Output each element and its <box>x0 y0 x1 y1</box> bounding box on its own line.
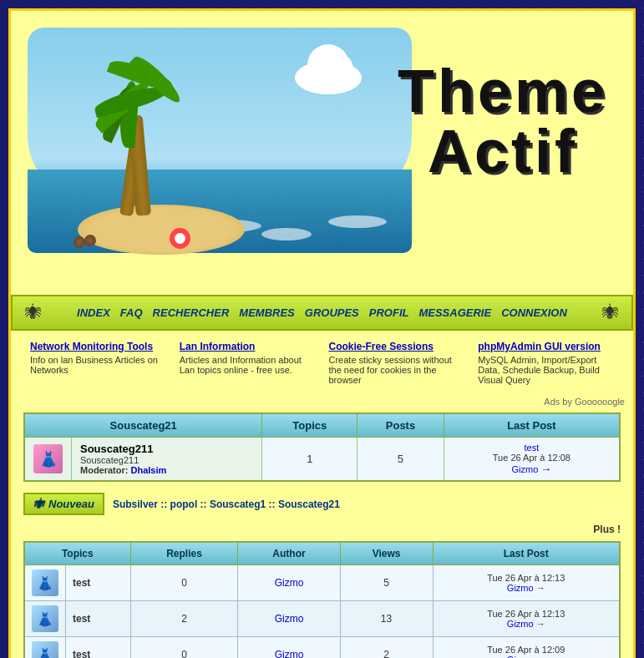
forum-icon-cell: 👗 <box>24 438 72 482</box>
topic-replies: 0 <box>130 637 238 659</box>
lastpost-user-link[interactable]: Gizmo <box>511 464 538 474</box>
topics-header: Topics <box>262 413 357 438</box>
nav-membres[interactable]: Membres <box>239 306 294 319</box>
forum-name-cell: Souscateg211 Souscateg211 Moderator: Dha… <box>72 438 262 482</box>
forum-row: 👗 Souscateg211 Souscateg211 Moderator: D… <box>24 438 620 482</box>
topic-icon-cell: 👗 <box>24 637 66 659</box>
wave <box>261 228 312 240</box>
nav-index[interactable]: Index <box>77 306 110 319</box>
topic-icon: 👗 <box>32 641 58 658</box>
title-actif: Actif <box>398 121 608 181</box>
lastpost-col-header: Last Post <box>433 542 620 565</box>
topic-row: 👗 test 2 Gizmo 13 Tue 26 Apr à 12:13 Giz… <box>24 601 620 637</box>
plus-link[interactable]: Plus ! <box>593 524 621 535</box>
topic-views: 13 <box>340 601 433 637</box>
topic-lastpost: Tue 26 Apr à 12:09 Gizmo → <box>433 637 620 659</box>
topic-views: 2 <box>340 637 433 659</box>
nav-messagerie[interactable]: Messagerie <box>418 306 491 319</box>
ads-text: Ads by Goooooogle <box>544 397 625 407</box>
forum-posts-count: 5 <box>357 438 444 482</box>
topic-views: 5 <box>340 565 433 601</box>
header: Theme Actif <box>11 11 633 295</box>
topic-lastpost: Tue 26 Apr à 12:13 Gizmo → <box>433 565 620 601</box>
nouveau-badge: 🕷 Nouveau <box>23 493 104 515</box>
topic-icon: 👗 <box>32 605 58 632</box>
ads-bar: Ads by Goooooogle <box>11 395 633 408</box>
posts-header: Posts <box>357 413 444 438</box>
top-link-lan: Lan Information Articles and Information… <box>173 337 322 388</box>
nav-connexion[interactable]: Connexion <box>501 306 567 319</box>
topic-lastpost-user[interactable]: Gizmo <box>507 583 534 593</box>
top-link-cookie: Cookie-Free Sessions Create sticky sessi… <box>322 337 472 388</box>
coconut <box>74 236 85 248</box>
forum-category-header: Souscateg21 <box>24 413 262 438</box>
cookie-sessions-link[interactable]: Cookie-Free Sessions <box>329 341 465 352</box>
cookie-sessions-desc: Create sticky sessions without the need … <box>329 355 465 385</box>
forum-name[interactable]: Souscateg211 <box>80 443 253 455</box>
lastpost-date: Tue 26 Apr à 12:08 <box>493 453 570 463</box>
forum-icon: 👗 <box>33 444 63 473</box>
topic-arrow: → <box>536 655 545 658</box>
lastpost-header: Last Post <box>444 413 620 438</box>
wave <box>328 215 387 228</box>
phpmyadmin-desc: MySQL Admin, Import/Export Data, Schedul… <box>478 355 614 385</box>
nav-profil[interactable]: Profil <box>369 306 409 319</box>
lastpost-arrow: → <box>540 463 551 475</box>
nav-groupes[interactable]: Groupes <box>305 306 359 319</box>
lan-info-link[interactable]: Lan Information <box>180 341 316 352</box>
site-title: Theme Actif <box>398 61 608 181</box>
topic-arrow: → <box>536 583 545 593</box>
topic-author-link[interactable]: Gizmo <box>245 577 332 589</box>
topic-author-cell: Gizmo <box>238 565 340 601</box>
topic-lastpost-user[interactable]: Gizmo <box>507 655 534 658</box>
spider-left-icon: 🕷 <box>25 303 42 322</box>
topic-author-cell: Gizmo <box>238 637 340 659</box>
nav-rechercher[interactable]: Rechercher <box>153 306 230 319</box>
phpmyadmin-link[interactable]: phpMyAdmin GUI version <box>478 341 614 352</box>
nouveau-spider-icon: 🕷 <box>33 498 44 510</box>
forum-table: Souscateg21 Topics Posts Last Post 👗 Sou… <box>23 413 621 482</box>
cloud <box>295 61 362 94</box>
island-scene <box>28 28 412 278</box>
forum-lastpost-cell: test Tue 26 Apr à 12:08 Gizmo → <box>444 438 620 482</box>
sand-island <box>78 205 245 255</box>
topic-title[interactable]: test <box>66 637 131 659</box>
topic-icon: 👗 <box>32 569 58 596</box>
nav-faq[interactable]: Faq <box>120 306 143 319</box>
palm-leaves <box>69 57 186 124</box>
network-tools-link[interactable]: Network Monitoring Tools <box>30 341 166 352</box>
topic-row: 👗 test 0 Gizmo 5 Tue 26 Apr à 12:13 Gizm… <box>24 565 620 601</box>
plus-bar: Plus ! <box>11 522 633 537</box>
lan-info-desc: Articles and Information about Lan topic… <box>180 355 316 375</box>
topic-arrow: → <box>536 619 545 629</box>
topic-author-link[interactable]: Gizmo <box>245 649 332 658</box>
views-col-header: Views <box>340 542 433 565</box>
replies-col-header: Replies <box>130 542 238 565</box>
moderator-link[interactable]: Dhalsim <box>131 465 167 475</box>
topic-replies: 2 <box>130 601 238 637</box>
topics-col-header: Topics <box>24 542 130 565</box>
topic-author-link[interactable]: Gizmo <box>245 613 332 625</box>
author-col-header: Author <box>238 542 340 565</box>
main-container: Theme Actif 🕷 Index Faq Rechercher Membr… <box>8 8 636 658</box>
top-link-phpmyadmin: phpMyAdmin GUI version MySQL Admin, Impo… <box>471 337 621 388</box>
coconut <box>84 235 96 246</box>
top-link-network: Network Monitoring Tools Info on lan Bus… <box>23 337 173 388</box>
topics-table: Topics Replies Author Views Last Post 👗 … <box>23 541 621 658</box>
topic-icon-cell: 👗 <box>24 601 66 637</box>
lastpost-title-link[interactable]: test <box>525 443 540 453</box>
nouveau-bar: 🕷 Nouveau Subsilver :: popol :: Souscate… <box>11 486 633 522</box>
topic-replies: 0 <box>130 565 238 601</box>
life-ring <box>170 228 190 249</box>
topic-author-cell: Gizmo <box>238 601 340 637</box>
nav-bar: 🕷 Index Faq Rechercher Membres Groupes P… <box>11 295 633 331</box>
topic-title[interactable]: test <box>66 565 131 601</box>
topic-lastpost-user[interactable]: Gizmo <box>507 619 534 629</box>
network-tools-desc: Info on lan Business Articles on Network… <box>30 355 166 375</box>
breadcrumb: Subsilver :: popol :: Souscateg1 :: Sous… <box>113 499 340 510</box>
spider-right-icon: 🕷 <box>602 303 619 322</box>
forum-moderator: Moderator: Dhalsim <box>80 465 253 475</box>
forum-subtitle: Souscateg211 <box>80 455 253 465</box>
topic-lastpost: Tue 26 Apr à 12:13 Gizmo → <box>433 601 620 637</box>
topic-title[interactable]: test <box>66 601 131 637</box>
